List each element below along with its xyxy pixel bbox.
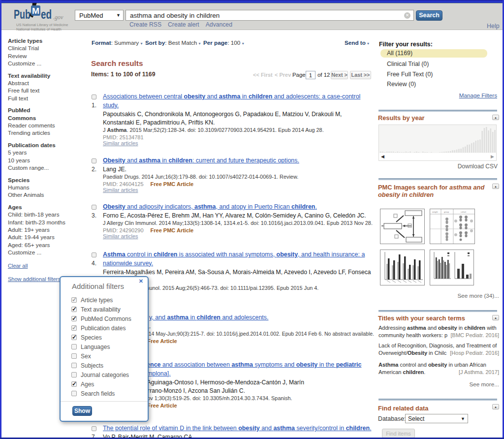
svg-text:cohort: cohort bbox=[461, 211, 467, 213]
svg-text:weight: weight bbox=[432, 211, 438, 213]
svg-text:Pub: Pub bbox=[14, 7, 31, 22]
svg-text:M: M bbox=[32, 7, 39, 15]
svg-text:ed: ed bbox=[41, 7, 52, 22]
svg-text:group: group bbox=[444, 211, 449, 213]
svg-text:.gov: .gov bbox=[53, 14, 63, 21]
